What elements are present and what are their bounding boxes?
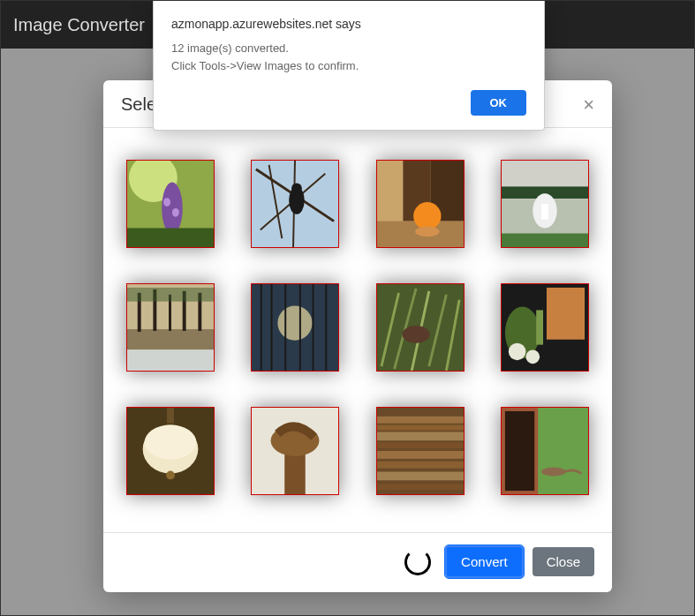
image-thumb[interactable] bbox=[501, 160, 589, 248]
svg-rect-37 bbox=[271, 284, 273, 371]
reeds-sunset-icon bbox=[252, 284, 338, 371]
image-thumb[interactable] bbox=[376, 283, 465, 372]
app-title: Image Converter bbox=[13, 15, 145, 35]
orange-fruit-icon bbox=[377, 161, 464, 247]
modal-footer: Convert Close bbox=[103, 532, 612, 592]
image-select-modal: Select Images to Convert × bbox=[103, 80, 612, 592]
trees-stream-icon bbox=[127, 284, 214, 371]
svg-point-52 bbox=[509, 343, 526, 361]
svg-point-35 bbox=[278, 306, 313, 341]
convert-button[interactable]: Convert bbox=[445, 545, 524, 578]
svg-rect-64 bbox=[377, 417, 464, 424]
purple-flower-icon bbox=[127, 161, 214, 247]
svg-rect-66 bbox=[377, 432, 464, 440]
modal-close-button[interactable]: × bbox=[583, 95, 594, 115]
svg-point-12 bbox=[291, 183, 302, 193]
image-thumb[interactable] bbox=[126, 283, 215, 372]
svg-rect-74 bbox=[505, 411, 534, 491]
svg-point-2 bbox=[162, 183, 183, 235]
alert-message: 12 image(s) converted. Click Tools->View… bbox=[171, 40, 526, 74]
image-thumb[interactable] bbox=[251, 160, 339, 248]
svg-point-17 bbox=[413, 202, 441, 229]
lizard-wall-icon bbox=[502, 408, 588, 494]
svg-rect-71 bbox=[377, 484, 464, 490]
image-thumb[interactable] bbox=[376, 160, 465, 248]
ceiling-lamp-icon bbox=[127, 408, 214, 494]
image-thumb[interactable] bbox=[501, 407, 589, 495]
svg-rect-40 bbox=[313, 284, 314, 371]
svg-point-59 bbox=[166, 471, 175, 480]
image-thumb[interactable] bbox=[126, 160, 215, 248]
svg-rect-36 bbox=[261, 284, 262, 371]
fountain-park-icon bbox=[502, 161, 588, 247]
svg-point-75 bbox=[541, 468, 565, 477]
image-grid bbox=[121, 160, 594, 495]
svg-point-53 bbox=[526, 349, 540, 364]
image-thumb[interactable] bbox=[126, 407, 215, 495]
svg-rect-24 bbox=[541, 204, 548, 220]
svg-rect-22 bbox=[502, 233, 588, 247]
svg-point-4 bbox=[172, 208, 179, 217]
alert-ok-button[interactable]: OK bbox=[471, 90, 527, 116]
svg-rect-50 bbox=[547, 288, 585, 340]
svg-rect-38 bbox=[284, 284, 286, 371]
image-thumb[interactable] bbox=[251, 283, 339, 372]
svg-point-3 bbox=[163, 198, 170, 207]
alert-actions: OK bbox=[171, 90, 526, 116]
image-thumb[interactable] bbox=[251, 407, 339, 495]
svg-rect-5 bbox=[127, 228, 214, 247]
svg-point-18 bbox=[415, 226, 439, 237]
alert-line1: 12 image(s) converted. bbox=[171, 40, 526, 57]
alert-line2: Click Tools->View Images to confirm. bbox=[171, 57, 526, 75]
bird-branches-icon bbox=[252, 161, 338, 247]
svg-rect-27 bbox=[127, 349, 214, 371]
svg-rect-67 bbox=[377, 442, 464, 448]
svg-rect-54 bbox=[536, 310, 543, 344]
image-thumb[interactable] bbox=[501, 283, 589, 372]
loading-spinner-icon bbox=[404, 549, 431, 575]
wood-handle-icon bbox=[252, 408, 338, 494]
svg-rect-39 bbox=[299, 284, 301, 371]
image-thumb[interactable] bbox=[376, 407, 465, 495]
browser-alert-dialog: azmonapp.azurewebsites.net says 12 image… bbox=[153, 1, 545, 131]
svg-rect-33 bbox=[127, 288, 214, 302]
svg-rect-65 bbox=[377, 425, 464, 431]
svg-rect-56 bbox=[167, 408, 174, 424]
modal-body bbox=[103, 128, 612, 532]
grass-closeup-icon bbox=[377, 284, 464, 371]
svg-point-58 bbox=[144, 425, 196, 460]
food-plate-icon bbox=[502, 284, 588, 371]
alert-origin: azmonapp.azurewebsites.net says bbox=[171, 17, 526, 31]
close-button[interactable]: Close bbox=[533, 547, 594, 576]
svg-rect-26 bbox=[127, 329, 214, 350]
svg-rect-41 bbox=[326, 284, 328, 371]
svg-rect-68 bbox=[377, 451, 464, 459]
stacked-books-icon bbox=[377, 408, 464, 494]
svg-rect-70 bbox=[377, 472, 464, 481]
svg-point-48 bbox=[402, 326, 429, 343]
svg-rect-69 bbox=[377, 462, 464, 469]
